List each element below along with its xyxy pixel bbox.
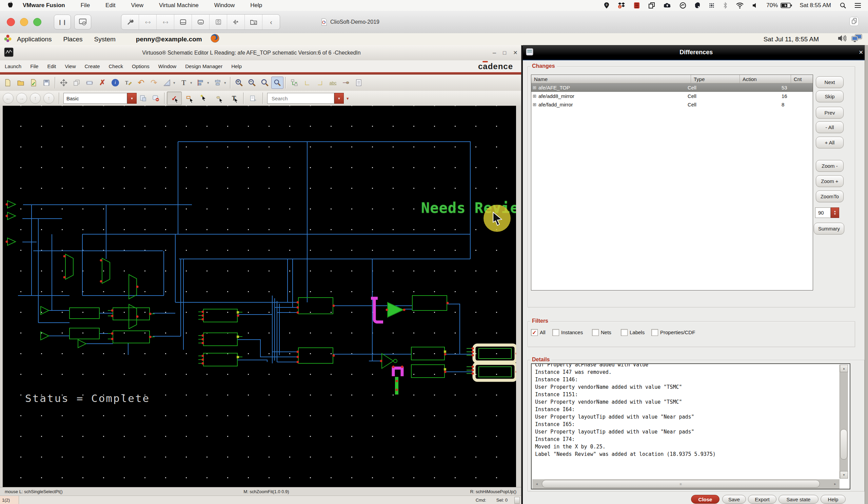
label-tool-icon[interactable]: T bbox=[177, 76, 190, 89]
new-cellview-icon[interactable] bbox=[1, 76, 14, 89]
workspace-combo[interactable]: Basic bbox=[63, 93, 127, 104]
bluetooth-icon[interactable] bbox=[723, 2, 727, 9]
fullscreen-toggle-icon[interactable] bbox=[849, 16, 859, 28]
vmenu-check[interactable]: Check bbox=[109, 63, 123, 69]
virtuoso-close-icon[interactable]: ✕ bbox=[510, 50, 521, 56]
vmenu-launch[interactable]: Launch bbox=[5, 63, 21, 69]
volume-icon[interactable] bbox=[752, 2, 758, 9]
label-caret-icon[interactable]: ▾ bbox=[190, 81, 194, 85]
stretch-icon[interactable] bbox=[83, 76, 96, 89]
partial-select-tool[interactable] bbox=[182, 92, 197, 105]
nav-forward-icon[interactable]: → bbox=[16, 93, 27, 104]
filter-properties-checkbox[interactable] bbox=[651, 329, 658, 336]
adobe-cc-icon[interactable] bbox=[680, 2, 686, 9]
open-icon[interactable] bbox=[14, 76, 27, 89]
wide-wire-tool-icon[interactable]: ∟ bbox=[314, 76, 327, 89]
filter-labels-label[interactable]: Labels bbox=[630, 329, 644, 335]
summary-button[interactable]: Summary bbox=[814, 223, 844, 234]
harddisk-icon[interactable] bbox=[174, 14, 192, 30]
vmenu-file[interactable]: File bbox=[30, 63, 38, 69]
distribute-icon[interactable] bbox=[211, 76, 224, 89]
collapse-all-button[interactable]: - All bbox=[816, 121, 844, 133]
statusbar-grip[interactable] bbox=[514, 497, 520, 504]
zoom-to-button[interactable]: ZoomTo bbox=[816, 190, 844, 202]
menu-edit[interactable]: Edit bbox=[105, 2, 115, 9]
resize-arrows-icon[interactable]: ‹··› bbox=[139, 14, 157, 30]
notification-center-icon[interactable] bbox=[855, 3, 861, 8]
nav-top-icon[interactable]: ↑ bbox=[43, 93, 54, 104]
select-cursor-tool[interactable]: ✦ bbox=[197, 92, 211, 105]
copy-icon[interactable] bbox=[70, 76, 83, 89]
search-combo-caret[interactable]: ▾ bbox=[334, 93, 344, 104]
ruler-caret-icon[interactable]: ▾ bbox=[173, 81, 177, 85]
scroll-left-icon[interactable]: ◄ bbox=[532, 479, 541, 489]
instance-props-icon[interactable] bbox=[352, 76, 365, 89]
details-hscrollbar[interactable]: ◄ ≡ ► bbox=[532, 479, 839, 489]
gnome-volume-icon[interactable] bbox=[837, 34, 846, 44]
filter-labels-checkbox[interactable] bbox=[621, 329, 628, 336]
virtuoso-minimize-icon[interactable]: – bbox=[489, 49, 499, 56]
wire-name-icon[interactable]: abc bbox=[327, 76, 339, 89]
zoom-level-field[interactable]: 90 bbox=[815, 208, 831, 218]
single-select-tool[interactable]: ✓ bbox=[167, 92, 182, 105]
delete-icon[interactable]: ✗ bbox=[96, 76, 109, 89]
scroll-down-icon[interactable]: ▼ bbox=[840, 471, 848, 479]
filter-all-label[interactable]: All bbox=[540, 329, 546, 335]
vmenu-options[interactable]: Options bbox=[132, 63, 149, 69]
zoom-fit-icon[interactable] bbox=[271, 77, 283, 89]
wrench-icon[interactable] bbox=[121, 14, 139, 30]
distribute-caret-icon[interactable]: ▾ bbox=[224, 81, 228, 85]
search-box[interactable] bbox=[267, 93, 334, 104]
menu-file[interactable]: File bbox=[81, 2, 90, 9]
filter-properties-label[interactable]: Properties/CDF bbox=[660, 329, 695, 335]
filter-nets-checkbox[interactable] bbox=[592, 329, 599, 336]
filter-nets-label[interactable]: Nets bbox=[601, 329, 611, 335]
vmenu-view[interactable]: View bbox=[65, 63, 76, 69]
probe-select-tool[interactable] bbox=[211, 92, 227, 105]
align-caret-icon[interactable]: ▾ bbox=[207, 81, 211, 85]
vmenu-edit[interactable]: Edit bbox=[47, 63, 56, 69]
skip-button[interactable]: Skip bbox=[816, 91, 844, 102]
schematic-canvas[interactable]: Needs Review Status = Complete bbox=[3, 106, 516, 487]
firefox-icon[interactable] bbox=[210, 33, 220, 45]
wifi-icon[interactable] bbox=[736, 2, 744, 9]
menubar-clock[interactable]: Sat 8:55 AM bbox=[799, 2, 831, 9]
filter-instances-checkbox[interactable] bbox=[552, 329, 559, 336]
hscroll-thumb[interactable]: ≡ bbox=[542, 480, 820, 488]
save-button[interactable]: Save bbox=[722, 495, 746, 504]
nav-up-icon[interactable]: ↑ bbox=[30, 93, 41, 104]
zoom-area-icon[interactable] bbox=[258, 76, 271, 89]
check-and-save-icon[interactable]: ✓ bbox=[27, 76, 40, 89]
filter-instances-label[interactable]: Instances bbox=[561, 329, 583, 335]
save-workspace-icon[interactable] bbox=[137, 92, 149, 105]
move-icon[interactable] bbox=[57, 76, 70, 89]
collapse-toolbar-icon[interactable]: ‹ bbox=[262, 14, 280, 30]
menu-view[interactable]: View bbox=[131, 2, 143, 9]
vmenu-design-manager[interactable]: Design Manager bbox=[185, 63, 223, 69]
apple-icon[interactable] bbox=[8, 1, 13, 10]
descend-icon[interactable] bbox=[288, 76, 301, 89]
ruler-icon[interactable] bbox=[161, 76, 173, 89]
properties-icon[interactable]: i bbox=[109, 76, 122, 89]
differences-titlebar[interactable]: Differences ✕ bbox=[523, 45, 868, 60]
menu-vmware-fusion[interactable]: VMware Fusion bbox=[23, 2, 65, 9]
zoom-window-button[interactable] bbox=[33, 18, 41, 26]
changes-table[interactable]: Name Type Action Cnt ⊞ afe/AFE_TOP Cell … bbox=[531, 75, 813, 291]
col-cnt[interactable]: Cnt bbox=[791, 75, 813, 83]
expand-all-button[interactable]: + All bbox=[816, 137, 844, 148]
save-state-button[interactable]: Save state bbox=[778, 495, 818, 504]
sheet-select-tool[interactable] bbox=[246, 92, 261, 105]
vmenu-help[interactable]: Help bbox=[231, 63, 242, 69]
workspace-combo-caret[interactable]: ▾ bbox=[127, 93, 137, 104]
nav-back-icon[interactable]: ← bbox=[3, 93, 13, 104]
search-input[interactable] bbox=[271, 95, 340, 102]
vmenu-create[interactable]: Create bbox=[85, 63, 100, 69]
pin-tool-icon[interactable] bbox=[339, 76, 352, 89]
spotlight-search-icon[interactable] bbox=[840, 2, 846, 9]
gnome-clock[interactable]: Sat Jul 11, 8:55 AM bbox=[764, 35, 819, 43]
gnome-menu-places[interactable]: Places bbox=[63, 35, 82, 43]
text-edit-icon[interactable]: T bbox=[122, 76, 135, 89]
changes-table-header[interactable]: Name Type Action Cnt bbox=[531, 75, 813, 83]
dialog-close-icon[interactable]: ✕ bbox=[859, 49, 863, 55]
vmenu-window[interactable]: Window bbox=[158, 63, 176, 69]
